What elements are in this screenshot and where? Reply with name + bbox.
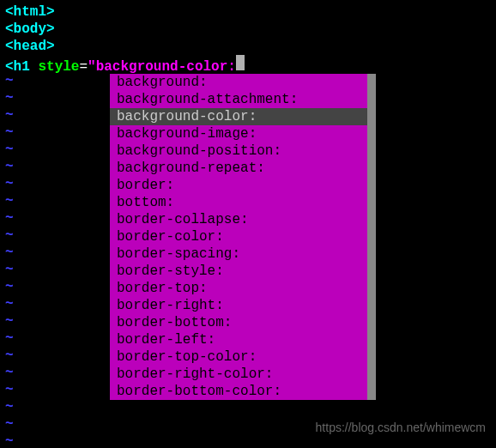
tag-body: body xyxy=(14,21,46,37)
tag-bracket: < xyxy=(5,39,14,54)
autocomplete-item[interactable]: border-right: xyxy=(110,297,367,314)
code-line[interactable]: <body> xyxy=(5,21,491,38)
empty-line-marker: ~ xyxy=(5,398,491,415)
tag-bracket: > xyxy=(46,39,55,54)
scrollbar[interactable] xyxy=(367,74,376,400)
autocomplete-item[interactable]: background-position: xyxy=(110,142,367,160)
text-cursor xyxy=(236,55,245,70)
autocomplete-item[interactable]: border-right-color: xyxy=(110,366,367,383)
autocomplete-item[interactable]: border: xyxy=(110,177,367,194)
autocomplete-item[interactable]: background-repeat: xyxy=(110,160,367,177)
autocomplete-item[interactable]: border-left: xyxy=(110,331,367,348)
quote: " xyxy=(88,59,96,75)
autocomplete-item[interactable]: border-bottom: xyxy=(110,314,367,331)
tag-h1: h1 xyxy=(14,59,30,75)
attr-style: style xyxy=(38,59,79,75)
autocomplete-item[interactable]: border-style: xyxy=(110,263,367,280)
autocomplete-list[interactable]: background:background-attachment:backgro… xyxy=(110,74,367,400)
autocomplete-item[interactable]: border-spacing: xyxy=(110,245,367,263)
autocomplete-item[interactable]: border-top: xyxy=(110,280,367,297)
autocomplete-item[interactable]: border-color: xyxy=(110,228,367,245)
tag-bracket: < xyxy=(5,21,14,37)
autocomplete-item[interactable]: background-attachment: xyxy=(110,91,367,108)
code-line[interactable]: <html> xyxy=(5,3,491,21)
space xyxy=(30,59,39,75)
tag-head: head xyxy=(14,39,46,54)
tag-bracket: < xyxy=(5,4,14,20)
autocomplete-item[interactable]: bottom: xyxy=(110,194,367,211)
autocomplete-item[interactable]: border-top-color: xyxy=(110,348,367,366)
equals: = xyxy=(79,59,88,75)
attr-value: background-color: xyxy=(96,59,236,75)
code-line-editing[interactable]: <h1 style="background-color: xyxy=(5,55,491,72)
autocomplete-item[interactable]: background-color: xyxy=(110,108,367,125)
autocomplete-item[interactable]: background-image: xyxy=(110,125,367,142)
tag-bracket: > xyxy=(46,21,55,37)
tag-bracket: > xyxy=(46,4,55,20)
tag-html: html xyxy=(14,4,46,20)
empty-line-marker: ~ xyxy=(5,433,491,448)
code-line[interactable]: <head> xyxy=(5,38,491,55)
watermark: https://blog.csdn.net/whimewcm xyxy=(316,421,486,434)
autocomplete-item[interactable]: border-collapse: xyxy=(110,211,367,228)
autocomplete-popup[interactable]: background:background-attachment:backgro… xyxy=(110,74,376,400)
autocomplete-item[interactable]: background: xyxy=(110,74,367,91)
autocomplete-item[interactable]: border-bottom-color: xyxy=(110,383,367,400)
